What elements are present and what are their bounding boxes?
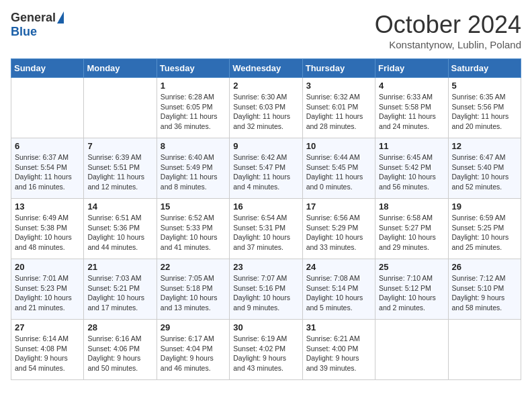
day-info: Sunrise: 6:21 AM Sunset: 4:00 PM Dayligh… (306, 334, 371, 373)
day-number: 1 (161, 81, 226, 91)
day-number: 9 (233, 141, 298, 151)
day-info: Sunrise: 6:42 AM Sunset: 5:47 PM Dayligh… (233, 152, 298, 192)
calendar-cell: 27Sunrise: 6:14 AM Sunset: 4:08 PM Dayli… (11, 320, 84, 380)
day-number: 26 (452, 262, 517, 272)
day-info: Sunrise: 6:58 AM Sunset: 5:27 PM Dayligh… (379, 213, 444, 253)
day-info: Sunrise: 7:03 AM Sunset: 5:21 PM Dayligh… (87, 273, 152, 313)
calendar-week-row: 20Sunrise: 7:01 AM Sunset: 5:23 PM Dayli… (11, 259, 521, 320)
weekday-header-saturday: Saturday (448, 59, 521, 78)
location-subtitle: Konstantynow, Lublin, Poland (375, 39, 521, 50)
calendar-cell: 29Sunrise: 6:17 AM Sunset: 4:04 PM Dayli… (157, 320, 229, 380)
calendar-cell: 12Sunrise: 6:47 AM Sunset: 5:40 PM Dayli… (448, 138, 521, 199)
day-number: 25 (379, 262, 444, 272)
day-number: 20 (15, 262, 80, 272)
day-number: 17 (306, 201, 371, 212)
day-number: 15 (161, 201, 226, 212)
calendar-cell: 13Sunrise: 6:49 AM Sunset: 5:38 PM Dayli… (11, 199, 84, 259)
weekday-header-row: SundayMondayTuesdayWednesdayThursdayFrid… (11, 59, 521, 78)
day-number: 19 (452, 201, 517, 212)
day-info: Sunrise: 6:28 AM Sunset: 6:05 PM Dayligh… (161, 92, 226, 132)
day-info: Sunrise: 6:39 AM Sunset: 5:51 PM Dayligh… (87, 152, 152, 192)
calendar-week-row: 6Sunrise: 6:37 AM Sunset: 5:54 PM Daylig… (11, 138, 521, 199)
calendar-cell: 21Sunrise: 7:03 AM Sunset: 5:21 PM Dayli… (84, 259, 157, 320)
day-number: 29 (161, 322, 226, 332)
calendar-cell (84, 78, 157, 138)
calendar-cell: 7Sunrise: 6:39 AM Sunset: 5:51 PM Daylig… (84, 138, 157, 199)
calendar-cell: 28Sunrise: 6:16 AM Sunset: 4:06 PM Dayli… (84, 320, 157, 380)
day-number: 11 (379, 141, 444, 151)
day-info: Sunrise: 6:30 AM Sunset: 6:03 PM Dayligh… (233, 92, 298, 132)
calendar-cell: 24Sunrise: 7:08 AM Sunset: 5:14 PM Dayli… (302, 259, 375, 320)
calendar-cell (448, 320, 521, 380)
calendar-cell: 9Sunrise: 6:42 AM Sunset: 5:47 PM Daylig… (230, 138, 302, 199)
day-info: Sunrise: 6:32 AM Sunset: 6:01 PM Dayligh… (306, 92, 371, 132)
calendar-cell (11, 78, 84, 138)
day-info: Sunrise: 6:33 AM Sunset: 5:58 PM Dayligh… (379, 92, 444, 132)
day-info: Sunrise: 7:08 AM Sunset: 5:14 PM Dayligh… (306, 273, 371, 313)
day-number: 5 (452, 81, 517, 91)
day-info: Sunrise: 6:52 AM Sunset: 5:33 PM Dayligh… (161, 213, 226, 253)
calendar-cell: 3Sunrise: 6:32 AM Sunset: 6:01 PM Daylig… (302, 78, 375, 138)
calendar-cell: 22Sunrise: 7:05 AM Sunset: 5:18 PM Dayli… (157, 259, 229, 320)
calendar-cell: 23Sunrise: 7:07 AM Sunset: 5:16 PM Dayli… (230, 259, 302, 320)
logo: General Blue (11, 11, 64, 39)
calendar-cell: 10Sunrise: 6:44 AM Sunset: 5:45 PM Dayli… (302, 138, 375, 199)
day-number: 23 (233, 262, 298, 272)
day-number: 7 (87, 141, 152, 151)
calendar-cell: 14Sunrise: 6:51 AM Sunset: 5:36 PM Dayli… (84, 199, 157, 259)
day-info: Sunrise: 6:14 AM Sunset: 4:08 PM Dayligh… (15, 334, 80, 373)
day-number: 12 (452, 141, 517, 151)
day-number: 18 (379, 201, 444, 212)
day-info: Sunrise: 6:51 AM Sunset: 5:36 PM Dayligh… (87, 213, 152, 253)
calendar-cell (375, 320, 448, 380)
logo-general: General (11, 11, 56, 25)
weekday-header-sunday: Sunday (11, 59, 84, 78)
weekday-header-tuesday: Tuesday (157, 59, 229, 78)
calendar-week-row: 27Sunrise: 6:14 AM Sunset: 4:08 PM Dayli… (11, 320, 521, 380)
day-info: Sunrise: 6:45 AM Sunset: 5:42 PM Dayligh… (379, 152, 444, 192)
day-number: 28 (87, 322, 152, 332)
calendar-body: 1Sunrise: 6:28 AM Sunset: 6:05 PM Daylig… (11, 78, 521, 380)
calendar-cell: 30Sunrise: 6:19 AM Sunset: 4:02 PM Dayli… (230, 320, 302, 380)
calendar-week-row: 13Sunrise: 6:49 AM Sunset: 5:38 PM Dayli… (11, 199, 521, 259)
day-number: 24 (306, 262, 371, 272)
calendar-cell: 26Sunrise: 7:12 AM Sunset: 5:10 PM Dayli… (448, 259, 521, 320)
day-number: 31 (306, 322, 371, 332)
month-title: October 2024 (375, 11, 521, 39)
page-header: General Blue October 2024 Konstantynow, … (11, 11, 521, 50)
calendar-cell: 5Sunrise: 6:35 AM Sunset: 5:56 PM Daylig… (448, 78, 521, 138)
day-number: 8 (161, 141, 226, 151)
calendar-table: SundayMondayTuesdayWednesdayThursdayFrid… (11, 58, 521, 380)
day-number: 22 (161, 262, 226, 272)
day-info: Sunrise: 6:44 AM Sunset: 5:45 PM Dayligh… (306, 152, 371, 192)
calendar-cell: 6Sunrise: 6:37 AM Sunset: 5:54 PM Daylig… (11, 138, 84, 199)
day-number: 16 (233, 201, 298, 212)
title-block: October 2024 Konstantynow, Lublin, Polan… (375, 11, 521, 50)
day-info: Sunrise: 6:37 AM Sunset: 5:54 PM Dayligh… (15, 152, 80, 192)
day-number: 27 (15, 322, 80, 332)
weekday-header-monday: Monday (84, 59, 157, 78)
calendar-cell: 18Sunrise: 6:58 AM Sunset: 5:27 PM Dayli… (375, 199, 448, 259)
day-info: Sunrise: 7:07 AM Sunset: 5:16 PM Dayligh… (233, 273, 298, 313)
calendar-cell: 19Sunrise: 6:59 AM Sunset: 5:25 PM Dayli… (448, 199, 521, 259)
day-info: Sunrise: 7:05 AM Sunset: 5:18 PM Dayligh… (161, 273, 226, 313)
day-info: Sunrise: 6:54 AM Sunset: 5:31 PM Dayligh… (233, 213, 298, 253)
day-number: 3 (306, 81, 371, 91)
calendar-cell: 17Sunrise: 6:56 AM Sunset: 5:29 PM Dayli… (302, 199, 375, 259)
calendar-cell: 1Sunrise: 6:28 AM Sunset: 6:05 PM Daylig… (157, 78, 229, 138)
calendar-cell: 25Sunrise: 7:10 AM Sunset: 5:12 PM Dayli… (375, 259, 448, 320)
day-number: 4 (379, 81, 444, 91)
calendar-cell: 15Sunrise: 6:52 AM Sunset: 5:33 PM Dayli… (157, 199, 229, 259)
day-info: Sunrise: 7:01 AM Sunset: 5:23 PM Dayligh… (15, 273, 80, 313)
day-number: 30 (233, 322, 298, 332)
calendar-header: SundayMondayTuesdayWednesdayThursdayFrid… (11, 59, 521, 78)
calendar-cell: 11Sunrise: 6:45 AM Sunset: 5:42 PM Dayli… (375, 138, 448, 199)
day-info: Sunrise: 6:35 AM Sunset: 5:56 PM Dayligh… (452, 92, 517, 132)
weekday-header-thursday: Thursday (302, 59, 375, 78)
logo-blue: Blue (11, 25, 37, 39)
weekday-header-wednesday: Wednesday (230, 59, 302, 78)
calendar-cell: 16Sunrise: 6:54 AM Sunset: 5:31 PM Dayli… (230, 199, 302, 259)
day-info: Sunrise: 6:59 AM Sunset: 5:25 PM Dayligh… (452, 213, 517, 253)
day-number: 6 (15, 141, 80, 151)
day-info: Sunrise: 6:40 AM Sunset: 5:49 PM Dayligh… (161, 152, 226, 192)
